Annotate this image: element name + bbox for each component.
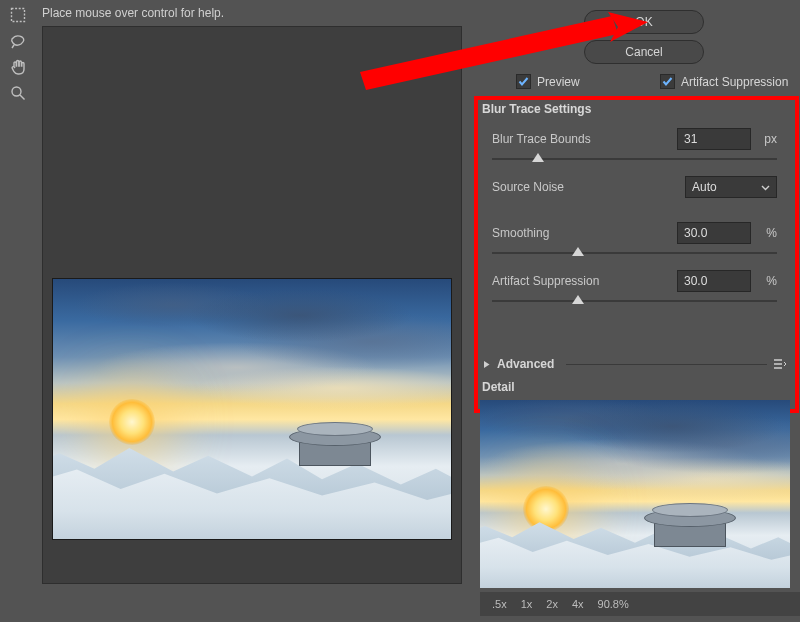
zoom-percent: 90.8% (598, 598, 629, 610)
source-noise-value: Auto (692, 180, 717, 194)
chevron-down-icon (761, 183, 770, 192)
artifact-suppression-input[interactable]: 30.0 (677, 270, 751, 292)
blur-trace-settings-panel: Blur Trace Settings Blur Trace Bounds 31… (482, 102, 787, 318)
zoom-0.5x[interactable]: .5x (492, 598, 507, 610)
blur-trace-bounds-slider[interactable] (492, 152, 777, 166)
blur-trace-bounds-input[interactable]: 31 (677, 128, 751, 150)
source-noise-label: Source Noise (492, 180, 564, 194)
ok-button[interactable]: OK (584, 10, 704, 34)
preview-checkbox[interactable]: Preview (516, 74, 580, 89)
zoom-1x[interactable]: 1x (521, 598, 533, 610)
lasso-tool-icon[interactable] (7, 30, 29, 52)
panel-title: Blur Trace Settings (482, 102, 787, 116)
blur-trace-bounds-unit: px (764, 132, 777, 146)
advanced-label: Advanced (497, 357, 554, 371)
svg-point-1 (12, 87, 21, 96)
checkmark-icon (516, 74, 531, 89)
blur-trace-bounds-label: Blur Trace Bounds (492, 132, 591, 146)
marquee-tool-icon[interactable] (7, 4, 29, 26)
smoothing-label: Smoothing (492, 226, 549, 240)
preview-checkbox-label: Preview (537, 75, 580, 89)
source-noise-dropdown[interactable]: Auto (685, 176, 777, 198)
artifact-suppression-label: Artifact Suppression (492, 274, 599, 288)
triangle-right-icon (482, 360, 491, 369)
detail-thumbnail[interactable] (480, 400, 790, 588)
smoothing-slider[interactable] (492, 246, 777, 260)
svg-rect-0 (12, 9, 25, 22)
hand-tool-icon[interactable] (7, 56, 29, 78)
advanced-disclosure[interactable]: Advanced (482, 357, 787, 371)
checkmark-icon (660, 74, 675, 89)
detail-section-title: Detail (482, 380, 515, 394)
zoom-bar: .5x 1x 2x 4x 90.8% (480, 592, 800, 616)
zoom-4x[interactable]: 4x (572, 598, 584, 610)
artifact-suppression-checkbox[interactable]: Artifact Suppression (660, 74, 788, 89)
zoom-2x[interactable]: 2x (546, 598, 558, 610)
zoom-tool-icon[interactable] (7, 82, 29, 104)
artifact-suppression-slider[interactable] (492, 294, 777, 308)
smoothing-input[interactable]: 30.0 (677, 222, 751, 244)
cancel-button[interactable]: Cancel (584, 40, 704, 64)
panel-menu-icon[interactable] (773, 359, 787, 369)
smoothing-unit: % (766, 226, 777, 240)
help-hint: Place mouse over control for help. (42, 6, 224, 20)
svg-line-2 (20, 95, 25, 100)
divider (566, 364, 767, 365)
preview-well (42, 26, 462, 584)
preview-image[interactable] (52, 278, 452, 540)
artifact-suppression-checkbox-label: Artifact Suppression (681, 75, 788, 89)
artifact-suppression-unit: % (766, 274, 777, 288)
